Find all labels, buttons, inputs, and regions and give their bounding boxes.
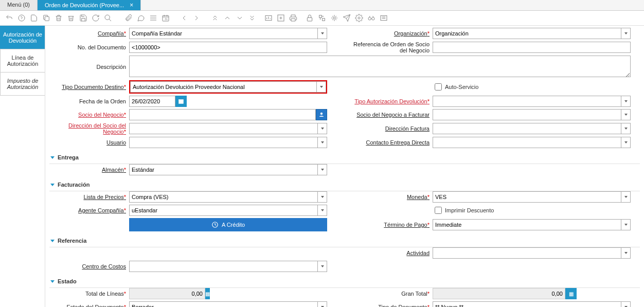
field-termino-pago[interactable] bbox=[433, 219, 631, 230]
chat-icon[interactable] bbox=[136, 13, 146, 23]
calendar-picker-icon[interactable] bbox=[175, 96, 187, 107]
label-total-lineas: Total de Líneas* bbox=[49, 291, 129, 297]
delete-icon[interactable] bbox=[53, 13, 64, 23]
dropdown-icon[interactable] bbox=[621, 191, 631, 203]
prev-icon[interactable] bbox=[179, 13, 189, 23]
section-entrega[interactable]: Entrega bbox=[49, 151, 640, 164]
lock-icon[interactable] bbox=[305, 13, 315, 23]
label-fecha-orden: Fecha de la Orden bbox=[49, 98, 129, 104]
field-estado-doc[interactable] bbox=[129, 301, 327, 307]
field-gran-total bbox=[433, 288, 577, 299]
field-almacen[interactable] bbox=[129, 164, 327, 175]
attach-icon[interactable] bbox=[123, 13, 134, 23]
refresh-icon[interactable] bbox=[91, 13, 101, 23]
tab-impuesto-autorizacion[interactable]: Impuesto de Autorización bbox=[0, 72, 45, 96]
field-fecha-orden[interactable] bbox=[129, 96, 196, 107]
binoculars-icon[interactable] bbox=[366, 13, 377, 23]
field-compania[interactable] bbox=[129, 28, 327, 39]
first-icon[interactable] bbox=[210, 13, 220, 23]
field-direccion-socio[interactable] bbox=[129, 123, 327, 134]
process-icon[interactable] bbox=[329, 13, 339, 23]
dropdown-icon[interactable] bbox=[318, 261, 327, 272]
field-lista-precios[interactable] bbox=[129, 191, 327, 203]
field-centro-costos[interactable] bbox=[129, 261, 327, 272]
field-contacto[interactable] bbox=[433, 137, 631, 148]
section-facturacion[interactable]: Facturación bbox=[49, 178, 640, 191]
zoom-icon[interactable] bbox=[317, 13, 327, 23]
collapse-icon bbox=[50, 280, 55, 283]
search-icon[interactable] bbox=[103, 13, 113, 23]
label-organizacion: Organización* bbox=[353, 30, 433, 37]
dropdown-icon[interactable] bbox=[318, 191, 327, 203]
button-a-credito[interactable]: A Crédito bbox=[129, 218, 327, 231]
dropdown-icon[interactable] bbox=[318, 205, 327, 216]
svg-rect-7 bbox=[307, 17, 312, 21]
undo-icon[interactable] bbox=[4, 13, 14, 23]
field-no-doc[interactable] bbox=[129, 42, 327, 53]
field-actividad[interactable] bbox=[433, 247, 631, 259]
down-icon[interactable] bbox=[235, 13, 245, 23]
dropdown-icon[interactable] bbox=[317, 81, 326, 93]
dropdown-icon[interactable] bbox=[318, 28, 327, 39]
print-icon[interactable] bbox=[288, 13, 298, 23]
label-tipo-aut[interactable]: Tipo Autorización Devolución* bbox=[353, 98, 433, 104]
last-icon[interactable] bbox=[247, 13, 257, 23]
checkbox-autoservicio[interactable] bbox=[435, 83, 442, 91]
dropdown-icon[interactable] bbox=[318, 137, 327, 148]
tab-close-icon[interactable]: × bbox=[130, 2, 133, 9]
workflow-icon[interactable] bbox=[342, 13, 352, 23]
dropdown-icon[interactable] bbox=[318, 301, 327, 307]
help-icon[interactable] bbox=[16, 13, 27, 23]
next-icon[interactable] bbox=[191, 13, 202, 23]
new-icon[interactable] bbox=[29, 13, 39, 23]
save-icon[interactable] bbox=[78, 13, 88, 23]
checkbox-imprimir-desc[interactable] bbox=[435, 207, 442, 214]
field-tipo-aut[interactable] bbox=[433, 96, 631, 107]
dropdown-icon[interactable] bbox=[621, 109, 631, 120]
calendar-icon[interactable]: 31 bbox=[160, 13, 171, 23]
field-moneda[interactable] bbox=[433, 191, 631, 203]
grid-icon[interactable] bbox=[148, 13, 158, 23]
field-agente[interactable] bbox=[129, 205, 327, 216]
field-descripcion[interactable] bbox=[129, 56, 631, 77]
field-ref-orden[interactable] bbox=[433, 42, 631, 53]
tab-linea-autorizacion[interactable]: Línea de Autorización bbox=[0, 49, 45, 73]
field-tipo-doc[interactable] bbox=[433, 301, 631, 307]
report-icon[interactable] bbox=[263, 13, 274, 23]
tab-orden-devolucion[interactable]: Orden de Devolución (Provee... × bbox=[38, 0, 141, 10]
tab-autorizacion-devolucion[interactable]: Autorización de Devolución bbox=[0, 26, 45, 49]
field-tipo-doc-destino[interactable] bbox=[129, 80, 327, 94]
export-icon[interactable] bbox=[276, 13, 286, 23]
field-direccion-fact[interactable] bbox=[433, 123, 631, 134]
label-autoservicio: Auto-Servicio bbox=[445, 84, 478, 90]
side-tabs: Autorización de Devolución Línea de Auto… bbox=[0, 26, 45, 307]
dropdown-icon[interactable] bbox=[621, 96, 631, 107]
dropdown-icon[interactable] bbox=[318, 164, 327, 175]
top-tab-bar: Menú (0) Orden de Devolución (Provee... … bbox=[0, 0, 644, 11]
copy-icon[interactable] bbox=[41, 13, 51, 23]
dropdown-icon[interactable] bbox=[621, 219, 631, 230]
info-icon[interactable] bbox=[379, 13, 389, 23]
lookup-button[interactable] bbox=[316, 109, 327, 120]
field-socio-fact[interactable] bbox=[433, 109, 631, 120]
settings-icon[interactable] bbox=[354, 13, 364, 23]
field-usuario[interactable] bbox=[129, 137, 327, 148]
label-socio[interactable]: Socio del Negocio* bbox=[49, 112, 129, 118]
dropdown-icon[interactable] bbox=[621, 301, 631, 307]
field-organizacion[interactable] bbox=[433, 28, 631, 39]
calculator-icon[interactable] bbox=[565, 288, 577, 299]
section-referencia[interactable]: Referencia bbox=[49, 234, 640, 247]
calculator-icon[interactable] bbox=[205, 288, 210, 299]
dropdown-icon[interactable] bbox=[621, 247, 631, 259]
section-estado[interactable]: Estado bbox=[49, 275, 640, 288]
tab-menu[interactable]: Menú (0) bbox=[0, 0, 38, 10]
dropdown-icon[interactable] bbox=[621, 28, 631, 39]
dropdown-icon[interactable] bbox=[621, 137, 631, 148]
field-socio[interactable] bbox=[129, 109, 327, 120]
dropdown-icon[interactable] bbox=[318, 123, 327, 134]
toolbar: 31 bbox=[0, 11, 644, 26]
dropdown-icon[interactable] bbox=[621, 123, 631, 134]
label-direccion-socio[interactable]: Dirección del Socio del Negocio* bbox=[49, 122, 129, 135]
up-icon[interactable] bbox=[222, 13, 232, 23]
archive-icon[interactable] bbox=[66, 13, 76, 23]
